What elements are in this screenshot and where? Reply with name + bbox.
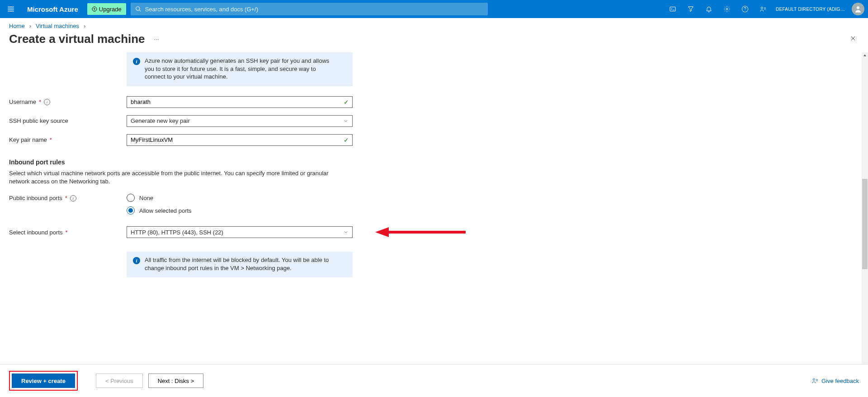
required-asterisk: * xyxy=(65,195,67,201)
keypair-input[interactable] xyxy=(127,134,353,146)
select-ports-label: Select inbound ports xyxy=(9,229,63,236)
directory-name: DEFAULT DIRECTORY (ADIGOPUL... xyxy=(776,7,848,12)
svg-marker-8 xyxy=(375,227,389,237)
cloud-shell-icon[interactable] xyxy=(664,0,682,18)
ssh-source-value: Generate new key pair xyxy=(131,117,190,124)
info-icon: i xyxy=(133,257,140,264)
info-icon: i xyxy=(133,58,140,65)
scrollbar-thumb[interactable] xyxy=(862,179,868,269)
scroll-up-icon[interactable] xyxy=(862,52,868,59)
svg-point-6 xyxy=(857,6,859,9)
svg-rect-2 xyxy=(670,7,675,11)
keypair-label: Key pair name xyxy=(9,136,47,143)
brand-logo[interactable]: Microsoft Azure xyxy=(22,5,84,13)
more-actions-button[interactable]: ··· xyxy=(152,34,161,44)
breadcrumb: Home › Virtual machines › xyxy=(0,18,868,29)
account-menu[interactable]: DEFAULT DIRECTORY (ADIGOPUL... xyxy=(772,0,868,18)
feedback-icon[interactable] xyxy=(754,0,772,18)
radio-none-label: None xyxy=(139,195,153,201)
info-traffic-blocked: i All traffic from the internet will be … xyxy=(127,252,353,277)
svg-point-9 xyxy=(813,378,815,380)
svg-point-1 xyxy=(136,7,139,10)
previous-button: < Previous xyxy=(96,374,143,388)
username-input[interactable] xyxy=(127,96,353,108)
breadcrumb-vms[interactable]: Virtual machines xyxy=(36,23,79,29)
give-feedback-link[interactable]: Give feedback xyxy=(811,377,859,384)
global-search[interactable] xyxy=(131,3,488,15)
svg-point-5 xyxy=(761,7,763,9)
radio-allow-selected[interactable]: Allow selected ports xyxy=(127,206,353,215)
feedback-label: Give feedback xyxy=(821,378,859,384)
annotation-highlight-box: Review + create xyxy=(9,371,78,391)
radio-allow-label: Allow selected ports xyxy=(139,207,192,214)
notifications-icon[interactable] xyxy=(700,0,718,18)
required-asterisk: * xyxy=(66,229,68,236)
ssh-source-dropdown[interactable]: Generate new key pair xyxy=(127,115,353,127)
valid-check-icon: ✓ xyxy=(344,98,349,106)
inbound-description: Select which virtual machine network por… xyxy=(9,169,339,186)
chevron-right-icon: › xyxy=(84,23,85,29)
ssh-source-label: SSH public key source xyxy=(9,117,68,124)
search-input[interactable] xyxy=(145,6,483,13)
radio-none[interactable]: None xyxy=(127,194,353,202)
required-asterisk: * xyxy=(50,136,52,143)
annotation-arrow-icon xyxy=(375,226,466,239)
info-ssh-keypair: i Azure now automatically generates an S… xyxy=(127,52,353,86)
inbound-heading: Inbound port rules xyxy=(9,159,853,166)
vertical-scrollbar[interactable] xyxy=(862,52,868,364)
public-ports-label: Public inbound ports xyxy=(9,195,62,201)
close-blade-button[interactable] xyxy=(847,33,859,46)
settings-icon[interactable] xyxy=(718,0,736,18)
help-icon[interactable] xyxy=(736,0,754,18)
page-title: Create a virtual machine xyxy=(9,32,145,46)
upgrade-button[interactable]: Upgrade xyxy=(87,3,126,15)
directories-filter-icon[interactable] xyxy=(682,0,700,18)
inbound-ports-dropdown[interactable]: HTTP (80), HTTPS (443), SSH (22) xyxy=(127,226,353,238)
username-label: Username xyxy=(9,98,36,105)
valid-check-icon: ✓ xyxy=(344,136,349,144)
info-tooltip-icon[interactable]: i xyxy=(70,195,76,201)
chevron-right-icon: › xyxy=(29,23,31,29)
next-button[interactable]: Next : Disks > xyxy=(148,374,204,388)
breadcrumb-home[interactable]: Home xyxy=(9,23,25,29)
avatar-icon xyxy=(852,3,864,15)
svg-point-3 xyxy=(726,8,728,10)
info-traffic-text: All traffic from the internet will be bl… xyxy=(145,256,335,272)
hamburger-menu[interactable] xyxy=(0,0,22,18)
review-create-button[interactable]: Review + create xyxy=(12,374,75,388)
info-ssh-text: Azure now automatically generates an SSH… xyxy=(145,57,335,81)
info-tooltip-icon[interactable]: i xyxy=(44,99,50,105)
inbound-ports-value: HTTP (80), HTTPS (443), SSH (22) xyxy=(131,229,223,236)
required-asterisk: * xyxy=(39,98,41,105)
upgrade-label: Upgrade xyxy=(99,6,122,13)
